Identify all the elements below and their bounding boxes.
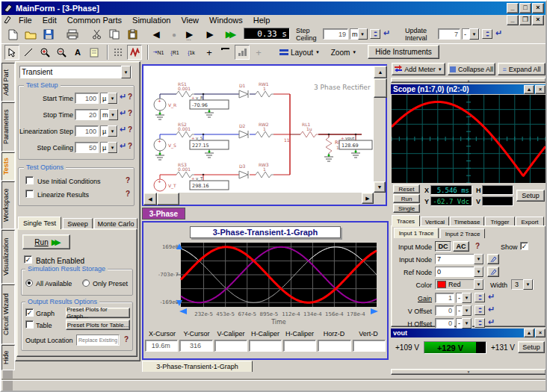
add-meter-button[interactable]: Add Meter▼	[392, 63, 445, 75]
only-preset-radio[interactable]	[82, 279, 90, 287]
start-time-unit-select[interactable]: µ▼	[100, 93, 118, 104]
ref-node-select[interactable]: 0▼	[435, 267, 484, 277]
color-select[interactable]: Red▼	[435, 279, 484, 290]
probe-corner-tool-button[interactable]	[218, 45, 233, 60]
tab-traces[interactable]: Traces	[392, 215, 420, 226]
h-offset-unit-select[interactable]: -▼	[456, 318, 472, 329]
pick-ref-probe-button[interactable]	[487, 267, 499, 277]
analysis-type-select[interactable]: Transient▼	[19, 66, 132, 78]
step-ceiling-row-input[interactable]: 50	[75, 142, 99, 153]
cut-button[interactable]	[88, 26, 105, 43]
sidebar-tab-parameters[interactable]: Parameters	[1, 102, 15, 152]
select-tool-button[interactable]	[4, 45, 19, 60]
input-node-select[interactable]: 7▼	[435, 254, 484, 264]
step-ceiling-input[interactable]: 19	[323, 28, 348, 40]
table-checkbox[interactable]	[25, 320, 34, 329]
scope-reset-button[interactable]: Reset	[393, 184, 420, 193]
stop-time-unit-select[interactable]: m▼	[100, 109, 118, 120]
help-icon[interactable]: ?	[128, 142, 132, 150]
scroll-right-icon[interactable]: ▶	[362, 193, 374, 204]
schematic-canvas[interactable]: 3 Phase Rectifier + V_R RS1 0.001 + v_R …	[143, 66, 374, 193]
snap-toggle-button[interactable]	[127, 45, 142, 60]
close-icon[interactable]: ×	[535, 329, 546, 337]
h-offset-stepper[interactable]: ▴▴▴▾▾▾	[475, 318, 485, 328]
zoom-menu-button[interactable]: Zoom▼	[326, 45, 362, 60]
mdi-close-icon[interactable]: ×	[532, 15, 544, 25]
h-offset-input[interactable]: 0	[435, 318, 454, 329]
graph-plot[interactable]: 232e-5453e-5674e-5895e-5112e-4134e-4156e…	[145, 240, 386, 329]
apply-update-interval-icon[interactable]: ↵	[495, 28, 502, 38]
pick-node-probe-button[interactable]	[487, 254, 499, 264]
zoom-in-button[interactable]	[37, 45, 52, 60]
help-icon[interactable]: ?	[128, 109, 132, 117]
scroll-up-icon[interactable]: ▲	[374, 66, 387, 78]
all-available-radio[interactable]	[25, 279, 33, 287]
width-select[interactable]: 3▼	[511, 279, 534, 290]
show-checkbox[interactable]: ✓	[520, 242, 528, 250]
tab-input2-trace[interactable]: Input 2 Trace	[440, 228, 485, 238]
dc-mode-button[interactable]: DC	[435, 241, 451, 252]
close-icon[interactable]: ×	[535, 85, 546, 94]
apply-step-ceiling-icon[interactable]: ↵	[383, 28, 390, 38]
graph-checkbox[interactable]: ✓	[25, 308, 34, 317]
step-ceiling-unit-select[interactable]: m▼	[350, 28, 368, 40]
menu-help[interactable]: Help	[248, 15, 276, 25]
scope-title-bar[interactable]: Scope (n1:7,0) (n2:-0) ▲ ×	[391, 84, 546, 94]
apply-icon[interactable]: ↵	[120, 141, 126, 151]
collapse-window-icon[interactable]: ▲	[524, 85, 534, 94]
apply-gain-icon[interactable]: ↵	[488, 292, 495, 302]
layout-menu-button[interactable]: Layout▼	[276, 45, 323, 60]
scroll-down-icon[interactable]: ▼	[374, 181, 386, 193]
grid-toggle-button[interactable]	[111, 45, 126, 60]
update-interval-input[interactable]: 7	[438, 28, 460, 40]
scope-single-button[interactable]: Single	[393, 204, 420, 213]
scope-run-button[interactable]: Run	[393, 194, 420, 203]
close-icon[interactable]: ×	[532, 3, 544, 13]
title-bar[interactable]: MainForm - [3-Phase] _ □ ×	[1, 1, 546, 15]
sidebar-tab-workspace[interactable]: Workspace	[1, 181, 15, 229]
sidebar-tab-tests[interactable]: Tests	[1, 152, 15, 181]
fast-forward-icon[interactable]: ▶▶	[220, 26, 239, 43]
meter-splitter-handle[interactable]: ▲	[391, 78, 546, 83]
scroll-left-icon[interactable]: ◀	[143, 193, 157, 205]
sidebar-tab-hide[interactable]: Hide	[1, 345, 15, 370]
zoom-out-button[interactable]	[54, 45, 69, 60]
apply-icon[interactable]: ↵	[120, 108, 126, 118]
maximize-icon[interactable]: □	[519, 3, 531, 13]
collapse-window-icon[interactable]: ▲	[524, 329, 534, 337]
menu-simulation[interactable]: Simulation	[127, 15, 176, 25]
open-file-button[interactable]	[22, 26, 39, 43]
graph-tab[interactable]: 3-Phase-Transient-1-Graph	[142, 361, 253, 372]
copy-button[interactable]	[106, 26, 123, 43]
add-cursor-tool-button[interactable]: +	[251, 45, 266, 60]
bottom-splitter-handle[interactable]: ▼	[391, 369, 546, 375]
help-icon[interactable]: ?	[128, 93, 132, 101]
run-button[interactable]: Run ▶▶	[22, 234, 70, 249]
text-tool-button[interactable]: A	[70, 45, 85, 60]
vout-setup-button[interactable]: Setup	[518, 341, 545, 353]
vout-title-bar[interactable]: vout ▲ ×	[391, 329, 546, 337]
gain-unit-select[interactable]: -▼	[456, 293, 472, 303]
apply-h-offset-icon[interactable]: ↵	[488, 317, 495, 327]
chart-tool-button[interactable]	[235, 45, 250, 60]
expand-all-button[interactable]: ≡ Expand All	[498, 63, 546, 75]
gain-input[interactable]: 1	[435, 293, 454, 303]
step-ceiling-stepper[interactable]: ▴▴▴▾▾▾	[370, 29, 380, 39]
preset-plots-table-button[interactable]: Preset Plots for Table...	[66, 320, 130, 330]
menu-edit[interactable]: Edit	[37, 15, 62, 25]
help-icon[interactable]: ?	[128, 125, 132, 134]
schematic-tab[interactable]: 3-Phase	[142, 208, 185, 220]
linearize-results-checkbox[interactable]	[25, 190, 34, 198]
tab-monte-carlo[interactable]: Monte Carlo	[94, 218, 137, 229]
chevron-down-icon[interactable]: ▼	[121, 66, 131, 78]
preset-plots-graph-button[interactable]: Preset Plots for Graph...	[66, 308, 130, 318]
scope-setup-button[interactable]: Setup	[516, 190, 545, 202]
sidebar-tab-add-part[interactable]: Add Part	[1, 63, 15, 102]
tab-input1-trace[interactable]: Input 1 Trace	[394, 228, 439, 238]
record-icon[interactable]: ●	[166, 26, 182, 43]
batch-enabled-checkbox[interactable]: ✓	[24, 255, 32, 264]
paste-button[interactable]	[124, 26, 140, 43]
tab-single-test[interactable]: Single Test	[18, 217, 61, 229]
hide-instruments-button[interactable]: Hide Instruments	[368, 45, 439, 59]
collapse-all-button[interactable]: Collapse All	[448, 63, 495, 75]
